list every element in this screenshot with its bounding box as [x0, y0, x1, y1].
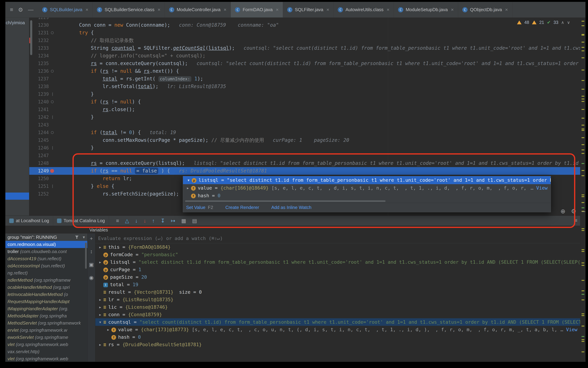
- project-selected-item[interactable]: [5, 193, 29, 200]
- variable-row[interactable]: itotal = 19: [95, 281, 580, 288]
- show-execution-point-icon[interactable]: △: [125, 218, 129, 224]
- duplicate-icon[interactable]: ▣: [89, 261, 94, 267]
- editor-tab[interactable]: CFormDAO.java×: [231, 2, 283, 18]
- close-tab-icon[interactable]: ×: [86, 7, 88, 13]
- log-tab[interactable]: Tomcat Catalina Log: [53, 216, 109, 226]
- frame-row[interactable]: odAccessorImpl (sun.reflect): [5, 262, 87, 269]
- variable-row[interactable]: ▸≡lic = {License@18746}: [95, 303, 580, 311]
- thread-selector[interactable]: group "main": RUNNING ▾: [5, 234, 87, 241]
- tree-chevron-icon[interactable]: ▸: [97, 258, 103, 266]
- tree-chevron-icon[interactable]: ▸: [97, 341, 103, 348]
- fold-marker-icon[interactable]: [51, 31, 54, 34]
- run-to-cursor-icon[interactable]: ↧: [160, 218, 165, 224]
- view-link[interactable]: … View: [558, 326, 580, 333]
- prev-problem-icon[interactable]: ∧: [561, 20, 564, 25]
- frame-row[interactable]: eworkServlet (org.springframe: [5, 334, 87, 341]
- tree-chevron-icon[interactable]: ▸: [97, 311, 103, 318]
- frames-panel[interactable]: group "main": RUNNING ▾ com.redmoon.oa.v…: [5, 234, 87, 362]
- variable-row[interactable]: pformCode = "personbasic": [95, 251, 580, 258]
- frame-row[interactable]: tMappingHandlerAdapter (org.: [5, 305, 87, 312]
- frame-row[interactable]: MethodServlet (org.springframework: [5, 320, 87, 327]
- variable-row[interactable]: ▸fvalue = {char[173]@18773} [s, e, l, e,…: [95, 326, 580, 333]
- variable-row[interactable]: fhash = 0: [95, 333, 580, 341]
- step-into-icon[interactable]: ↓: [135, 218, 137, 224]
- editor-tab[interactable]: CModuleController.java×: [165, 2, 231, 18]
- frame-row[interactable]: letInvocableHandlerMethod (o: [5, 291, 87, 298]
- tree-chevron-icon[interactable]: ▸: [105, 326, 111, 333]
- fold-marker-icon[interactable]: [51, 131, 54, 134]
- breakpoint-icon[interactable]: [50, 169, 54, 173]
- editor-scrollbar-thumb[interactable]: [30, 20, 32, 55]
- set-value-link[interactable]: Set Value: [186, 205, 205, 210]
- view-breakpoints-icon[interactable]: ▦: [181, 218, 186, 224]
- editor-tab[interactable]: CQObjectDb.java×: [458, 2, 512, 18]
- editor-tab[interactable]: CSQLBuilderService.class×: [93, 2, 165, 18]
- view-link-text[interactable]: View: [536, 185, 548, 191]
- popup-row[interactable]: fhash = 0: [183, 192, 551, 200]
- menu-icon[interactable]: ≡: [116, 218, 119, 224]
- log-tab[interactable]: at Localhost Log: [5, 216, 53, 226]
- close-tab-icon[interactable]: ×: [223, 7, 226, 13]
- variable-row[interactable]: ▾≡countsql = "select count(distinct t1.i…: [95, 318, 580, 326]
- popup-hscrollbar-thumb[interactable]: [185, 200, 385, 202]
- error-stripe-scrollbar[interactable]: [580, 18, 585, 362]
- add-watch-icon[interactable]: +: [90, 236, 93, 241]
- variable-row[interactable]: ▸≡this = {FormDAO@18684}: [95, 243, 580, 251]
- pin-target-icon[interactable]: ⊕: [561, 208, 566, 215]
- filter-funnel-icon[interactable]: [75, 236, 79, 239]
- variable-row[interactable]: ▸plistsql = "select distinct t1.id from …: [95, 258, 580, 266]
- frame-row[interactable]: dAccessor419 (sun.reflect): [5, 255, 87, 262]
- popup-header-row[interactable]: ▾plistsql = "select distinct t1.id from …: [183, 176, 551, 184]
- next-problem-icon[interactable]: ∨: [567, 20, 570, 25]
- variable-row[interactable]: ▸≡rs = {DruidPooledResultSet@18781}: [95, 341, 580, 348]
- frame-row[interactable]: troller (com.cloudweb.oa.cont: [5, 248, 87, 255]
- editor-tab[interactable]: CSQLFilter.java×: [283, 2, 334, 18]
- editor-tab[interactable]: CModuleSetupDb.java×: [394, 2, 458, 18]
- frame-row[interactable]: vlet (org.springframework.web: [5, 341, 87, 348]
- view-link-text[interactable]: View: [566, 327, 577, 332]
- close-tab-icon[interactable]: ×: [326, 7, 329, 13]
- minimize-popup-icon[interactable]: —: [582, 208, 586, 215]
- toolbar-menu-icon[interactable]: ≡: [574, 218, 577, 223]
- editor-tab[interactable]: CSQLBuilder.java×: [38, 2, 93, 18]
- tree-chevron-icon[interactable]: ▸: [97, 296, 103, 303]
- editor-tab[interactable]: CAutowireUtils.class×: [334, 2, 394, 18]
- close-tab-icon[interactable]: ×: [276, 7, 278, 13]
- project-tool-window[interactable]: ch/yimioa: [5, 18, 29, 216]
- navigate-icon[interactable]: ↕: [90, 248, 93, 255]
- debugger-value-popup[interactable]: ▾plistsql = "select distinct t1.id from …: [183, 176, 551, 212]
- hide-window-icon[interactable]: —: [28, 7, 34, 13]
- watch-visibility-icon[interactable]: ◉: [89, 275, 94, 281]
- frame-row[interactable]: com.redmoon.oa.visual): [5, 241, 87, 248]
- evaluate-expression-input[interactable]: Evaluate expression (↵) or add a watch (…: [95, 234, 580, 243]
- frame-row[interactable]: ocableHandlerMethod (org.spri: [5, 284, 87, 291]
- chevron-down-icon[interactable]: ▾: [186, 176, 192, 184]
- frame-row[interactable]: ervlet (org.springframework.w: [5, 327, 87, 334]
- popup-hscrollbar[interactable]: [183, 200, 551, 203]
- popup-row[interactable]: ▸fvalue = {char[166]@18649} [s, e, l, e,…: [183, 184, 551, 192]
- set-value-action[interactable]: Set ValueF2: [186, 205, 213, 210]
- settings-gear-icon[interactable]: ⚙: [18, 7, 23, 13]
- inspections-widget[interactable]: 48 21 ✔ 33 ∧ ∨: [517, 20, 570, 25]
- frame-row[interactable]: vax.servlet.http): [5, 348, 87, 355]
- evaluate-expression-icon[interactable]: ↦: [171, 218, 175, 224]
- close-tab-icon[interactable]: ×: [451, 7, 454, 13]
- step-out-icon[interactable]: ↑: [152, 218, 155, 224]
- tree-chevron-icon[interactable]: ▸: [185, 184, 191, 192]
- frame-row[interactable]: ndlerMethod (org.springframew: [5, 277, 87, 284]
- variable-row[interactable]: pcurPage = 1: [95, 266, 580, 273]
- variables-tab-label[interactable]: Variables: [89, 227, 108, 233]
- tree-chevron-icon[interactable]: ▾: [97, 318, 103, 326]
- create-renderer-link[interactable]: Create Renderer: [225, 205, 259, 210]
- tree-chevron-icon[interactable]: ▸: [97, 303, 103, 311]
- tree-chevron-icon[interactable]: ▸: [97, 243, 103, 251]
- variable-row[interactable]: ▸≡lr = {ListResult@18735}: [95, 296, 580, 303]
- fold-marker-icon[interactable]: [51, 101, 54, 103]
- structure-icon[interactable]: ≡: [10, 7, 13, 13]
- close-tab-icon[interactable]: ×: [387, 7, 390, 13]
- frame-row[interactable]: MethodAdapter (org.springfra: [5, 312, 87, 320]
- view-link[interactable]: … View: [528, 184, 551, 192]
- variable-row[interactable]: ≡result = {Vector@18731} size = 0: [95, 288, 580, 296]
- variable-row[interactable]: ppageSize = 20: [95, 273, 580, 281]
- variables-panel[interactable]: Evaluate expression (↵) or add a watch (…: [95, 234, 580, 362]
